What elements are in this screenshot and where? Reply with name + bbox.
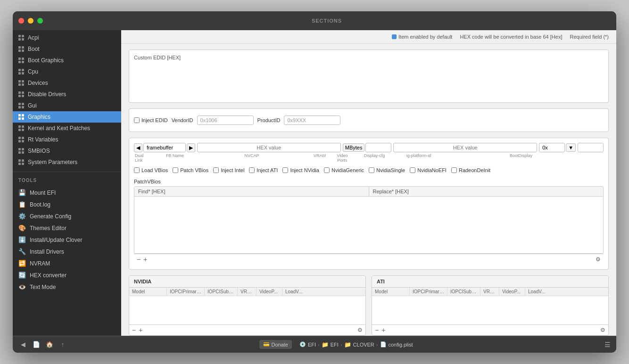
ati-gear-btn[interactable]: ⚙ xyxy=(600,327,605,333)
status-bar: ◀ 📄 🏠 ↑ 💳 Donate 💿 EFI › 📁 EFI › 📁 CLOVE… xyxy=(13,336,616,353)
donate-button[interactable]: 💳 Donate xyxy=(259,340,292,349)
nvidia-noefi-row: NvidiaNoEFI xyxy=(410,167,447,173)
nvidia-model-col: Model xyxy=(129,288,167,296)
patch-table: Find* [HEX] Replace* [HEX] xyxy=(134,186,604,254)
nvidia-noefi-checkbox[interactable] xyxy=(410,167,415,173)
inject-intel-row: Inject Intel xyxy=(213,167,244,173)
themes-editor-icon: 🎨 xyxy=(18,224,26,232)
patch-add-btn[interactable]: + xyxy=(143,256,147,263)
ati-add-btn[interactable]: + xyxy=(381,327,385,333)
load-vbios-checkbox[interactable] xyxy=(134,167,140,173)
breadcrumb-efi: 📁 EFI xyxy=(322,341,339,348)
nvidia-table-header: Model IOPCIPrimary... IOPCISubD... VRAM … xyxy=(129,288,365,296)
inject-ati-checkbox[interactable] xyxy=(249,167,255,173)
patch-remove-btn[interactable]: − xyxy=(137,256,141,263)
patch-gear-btn[interactable]: ⚙ xyxy=(596,256,601,263)
product-id-input[interactable] xyxy=(284,116,340,125)
boot-display-input[interactable] xyxy=(578,143,604,152)
nvidia-gear-btn[interactable]: ⚙ xyxy=(357,327,363,333)
nvidia-remove-btn[interactable]: − xyxy=(132,327,136,333)
main-panel: Custom EDID [HEX] Inject EDID VendorID P… xyxy=(121,44,616,336)
nvram-icon: 🔁 xyxy=(18,260,26,267)
sidebar: Acpi Boot Boot Graphics Cpu Devices xyxy=(13,30,121,336)
framebuffer-left-btn[interactable]: ◀ xyxy=(134,143,142,152)
sidebar-item-gui[interactable]: Gui xyxy=(13,100,121,111)
dual-link-col-label: Dual Link xyxy=(135,153,150,163)
inject-nvidia-checkbox[interactable] xyxy=(282,167,288,173)
ati-panel-header: ATI xyxy=(372,276,608,288)
vendor-id-input[interactable] xyxy=(197,116,254,125)
sidebar-item-install-drivers[interactable]: 🔧 Install Drivers xyxy=(13,246,121,257)
framebuffer-input[interactable] xyxy=(143,143,186,152)
hex-note: HEX code will be converted in base 64 [H… xyxy=(460,34,562,40)
ig-platform-input[interactable] xyxy=(539,143,565,152)
patchvbios-label: PatchVBios xyxy=(134,179,604,184)
nvidia-single-checkbox[interactable] xyxy=(369,167,374,173)
sidebar-item-disable-drivers[interactable]: Disable Drivers xyxy=(13,89,121,100)
inject-edid-checkbox-row: Inject EDID xyxy=(134,117,168,123)
product-id-label: ProductID xyxy=(257,117,281,123)
radeon-deinit-row: RadeonDeInit xyxy=(451,167,490,173)
bottom-panels: NVIDIA Model IOPCIPrimary... IOPCISubD..… xyxy=(129,275,609,336)
ati-table-controls: − + ⚙ xyxy=(372,324,608,335)
sidebar-item-rt-variables[interactable]: Rt Variables xyxy=(13,134,121,145)
inject-row-section: Inject EDID VendorID ProductID xyxy=(129,108,609,132)
sidebar-item-hex-converter[interactable]: 🔄 HEX converter xyxy=(13,269,121,281)
file-icon[interactable]: 📄 xyxy=(32,340,41,349)
breadcrumb-disk: 💿 EFI xyxy=(299,341,316,347)
sidebar-item-install-clover[interactable]: ⬇️ Install/Update Clover xyxy=(13,234,121,246)
back-icon[interactable]: ◀ xyxy=(18,340,28,349)
sidebar-item-acpi[interactable]: Acpi xyxy=(13,32,121,43)
sidebar-item-boot[interactable]: Boot xyxy=(13,43,121,55)
close-button[interactable] xyxy=(18,18,24,24)
custom-edid-section: Custom EDID [HEX] xyxy=(129,50,609,103)
maximize-button[interactable] xyxy=(37,18,43,24)
sidebar-item-nvram[interactable]: 🔁 NVRAM xyxy=(13,257,121,269)
ati-remove-btn[interactable]: − xyxy=(375,327,379,333)
mbytes-input[interactable] xyxy=(365,143,391,152)
inject-edid-row: Inject EDID VendorID ProductID xyxy=(134,114,604,127)
enabled-badge: Item enabled by default xyxy=(392,34,452,40)
sidebar-item-system-parameters[interactable]: System Parameters xyxy=(13,157,121,168)
framebuffer-row: ◀ ▶ MBytes ▼ xyxy=(134,143,604,152)
video-ports-col-label: Video Ports xyxy=(336,153,349,163)
sidebar-item-cpu[interactable]: Cpu xyxy=(13,66,121,77)
sidebar-item-mount-efi[interactable]: 💾 Mount EFI xyxy=(13,187,121,199)
required-label: Required field (*) xyxy=(570,34,609,40)
framebuffer-section: ◀ ▶ MBytes ▼ xyxy=(129,138,609,270)
find-col-header: Find* [HEX] xyxy=(134,187,369,196)
sidebar-item-graphics[interactable]: Graphics xyxy=(13,111,121,123)
sidebar-item-smbios[interactable]: SMBIOS xyxy=(13,145,121,157)
replace-col-header: Replace* [HEX] xyxy=(369,187,604,196)
share-icon[interactable]: ↑ xyxy=(58,340,67,349)
nvidia-generic-checkbox[interactable] xyxy=(324,167,330,173)
sidebar-item-kernel[interactable]: Kernel and Kext Patches xyxy=(13,123,121,134)
minimize-button[interactable] xyxy=(28,18,33,24)
sidebar-item-text-mode[interactable]: 👁️ Text Mode xyxy=(13,281,121,293)
boot-log-icon: 📋 xyxy=(18,201,26,208)
sidebar-item-boot-graphics[interactable]: Boot Graphics xyxy=(13,55,121,66)
sidebar-item-generate-config[interactable]: ⚙️ Generate Config xyxy=(13,210,121,222)
custom-edid-input[interactable] xyxy=(134,63,604,96)
radeon-deinit-checkbox[interactable] xyxy=(451,167,457,173)
framebuffer-right-btn[interactable]: ▶ xyxy=(187,143,195,152)
inject-edid-checkbox[interactable] xyxy=(134,117,140,123)
display-cfg-input[interactable] xyxy=(393,143,537,152)
text-mode-icon: 👁️ xyxy=(18,283,26,290)
inject-intel-checkbox[interactable] xyxy=(213,167,219,173)
nvidia-add-btn[interactable]: + xyxy=(139,327,142,333)
nvidia-panel: NVIDIA Model IOPCIPrimary... IOPCISubD..… xyxy=(129,275,366,336)
content-area: Item enabled by default HEX code will be… xyxy=(121,30,616,336)
ati-videop-col: VideoP... xyxy=(499,288,525,296)
nvcap-input[interactable] xyxy=(197,143,341,152)
hamburger-menu[interactable]: ☰ xyxy=(604,341,611,348)
nvidia-generic-row: NvidiaGeneric xyxy=(324,167,364,173)
nvidia-table-rows xyxy=(129,296,365,324)
sidebar-item-devices[interactable]: Devices xyxy=(13,77,121,89)
sidebar-item-boot-log[interactable]: 📋 Boot.log xyxy=(13,199,121,210)
ig-platform-btn[interactable]: ▼ xyxy=(566,143,576,152)
patch-vbios-checkbox[interactable] xyxy=(173,167,178,173)
mbytes-btn[interactable]: MBytes xyxy=(343,143,365,152)
sidebar-item-themes-editor[interactable]: 🎨 Themes Editor xyxy=(13,222,121,234)
home-icon[interactable]: 🏠 xyxy=(45,340,54,349)
